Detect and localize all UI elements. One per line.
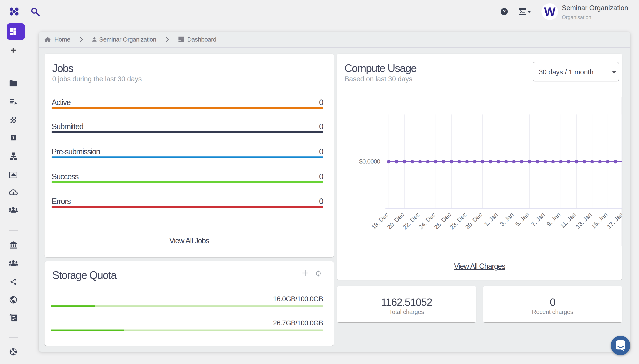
svg-text:24. Dec: 24. Dec [417, 211, 437, 230]
svg-text:20. Dec: 20. Dec [386, 211, 405, 230]
svg-text:11. Jan: 11. Jan [559, 211, 577, 230]
svg-text:$0.0000: $0.0000 [359, 158, 380, 165]
svg-text:5. Jan: 5. Jan [514, 211, 530, 228]
svg-text:13. Jan: 13. Jan [574, 211, 593, 230]
svg-text:15. Jan: 15. Jan [590, 211, 609, 230]
svg-text:26. Dec: 26. Dec [433, 211, 452, 230]
svg-text:30. Dec: 30. Dec [464, 211, 483, 230]
svg-text:3. Jan: 3. Jan [499, 211, 515, 228]
svg-text:28. Dec: 28. Dec [449, 211, 468, 230]
svg-text:?: ? [503, 9, 506, 14]
svg-text:18. Dec: 18. Dec [370, 211, 390, 230]
svg-text:7. Jan: 7. Jan [530, 211, 546, 228]
svg-text:17. Jan: 17. Jan [605, 211, 622, 230]
svg-text:22. Dec: 22. Dec [401, 211, 421, 230]
svg-text:1. Jan: 1. Jan [483, 211, 499, 228]
